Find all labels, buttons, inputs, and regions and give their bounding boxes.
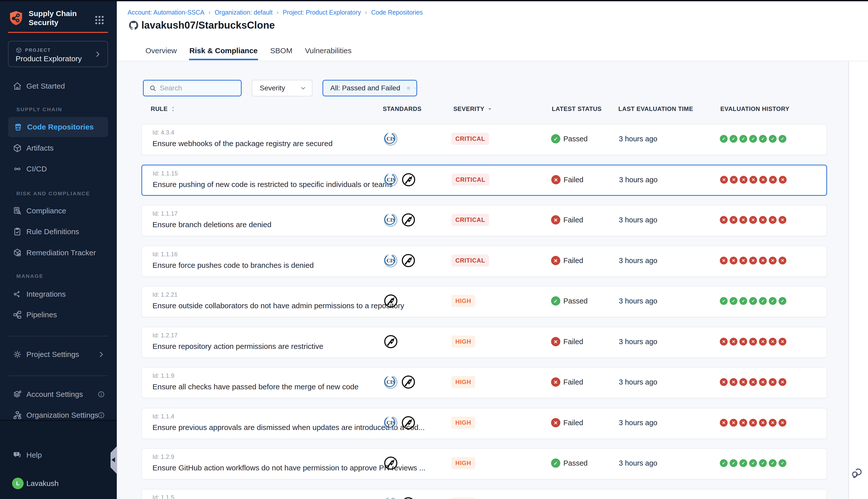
sidebar-item-ci-cd[interactable]: CI/CD <box>0 159 117 179</box>
infinity-icon <box>13 164 22 174</box>
table-row[interactable]: Id: 4.3.4Ensure webhooks of the package … <box>141 124 827 155</box>
status-label: Passed <box>563 135 588 143</box>
breadcrumb-link[interactable]: Project: Product Exploratory <box>283 9 361 16</box>
table-row[interactable]: Id: 1.2.21Ensure outside collaborators d… <box>141 286 827 317</box>
sidebar-item-label: Compliance <box>26 207 66 215</box>
table-row[interactable]: Id: 1.1.15Ensure pushing of new code is … <box>141 165 827 196</box>
sidebar-item-account-settings[interactable]: Account Settings <box>0 384 117 404</box>
failed-status-icon: ✕ <box>551 215 560 224</box>
history-passed-icon: ✓ <box>739 459 747 467</box>
sidebar-section-label: SUPPLY CHAIN <box>16 107 62 112</box>
history-failed-icon: ✕ <box>730 176 738 184</box>
integrations-icon <box>13 289 22 299</box>
app-launcher-grid-icon[interactable] <box>94 14 105 26</box>
tab-overview[interactable]: Overview <box>145 40 177 61</box>
rule-id: Id: 1.2.21 <box>153 291 178 298</box>
sidebar-item-help[interactable]: ? Help <box>0 445 117 465</box>
sidebar-item-artifacts[interactable]: Artifacts <box>0 138 117 158</box>
standards-cell: CIS <box>384 172 419 187</box>
history-passed-icon: ✓ <box>749 135 757 143</box>
history-failed-icon: ✕ <box>759 176 767 184</box>
last-evaluation-time: 3 hours ago <box>619 459 657 467</box>
sidebar-item-label: Rule Definitions <box>26 228 79 236</box>
project-selector[interactable]: PROJECT Product Exploratory <box>8 41 108 67</box>
last-evaluation-time: 3 hours ago <box>619 216 657 224</box>
sidebar-item-project-settings[interactable]: Project Settings <box>0 344 117 364</box>
breadcrumb-link[interactable]: Code Repositories <box>371 9 423 16</box>
rule-id: Id: 4.3.4 <box>153 129 174 136</box>
failed-status-icon: ✕ <box>551 337 560 346</box>
sidebar-user[interactable]: L Lavakush <box>0 473 117 494</box>
sidebar-item-get-started[interactable]: Get Started <box>0 76 117 96</box>
shield-logo-icon <box>8 10 24 26</box>
latest-status-cell: ✕Failed <box>551 378 583 387</box>
history-passed-icon: ✓ <box>769 297 776 305</box>
severity-cell: CRITICAL <box>451 255 489 267</box>
table-row[interactable]: Id: 1.1.16Ensure force pushes code to br… <box>141 246 827 277</box>
rule-title: Ensure force pushes code to branches is … <box>153 261 314 270</box>
history-failed-icon: ✕ <box>749 176 757 184</box>
info-icon[interactable] <box>97 391 105 398</box>
severity-badge: CRITICAL <box>451 255 489 267</box>
breadcrumb-link[interactable]: Organization: default <box>215 9 273 16</box>
sidebar-item-pipelines[interactable]: Pipelines <box>0 305 117 325</box>
severity-cell: CRITICAL <box>451 133 489 145</box>
latest-status-cell: ✕Failed <box>551 215 583 224</box>
sidebar-item-code-repositories[interactable]: Code Repositories <box>8 117 108 137</box>
pipelines-icon <box>13 310 22 319</box>
severity-badge: HIGH <box>451 336 475 348</box>
sidebar-item-remediation-tracker[interactable]: Remediation Tracker <box>0 243 117 263</box>
evaluation-history-cell: ✕✕✕✕✕✕✕ <box>720 216 788 224</box>
owasp-icon <box>401 212 416 228</box>
tab-vulnerabilities[interactable]: Vulnerabilities <box>304 40 352 61</box>
history-failed-icon: ✕ <box>779 419 786 427</box>
table-row[interactable]: Id: 1.2.17Ensure repository action permi… <box>141 327 827 358</box>
breadcrumb-separator: › <box>208 9 211 16</box>
sidebar: Supply Chain Security PROJECT Product Ex… <box>0 0 117 499</box>
breadcrumb-link[interactable]: Account: Automation-SSCA <box>128 9 204 16</box>
tab-risk-compliance[interactable]: Risk & Compliance <box>189 40 258 61</box>
table-row[interactable]: Id: 1.1.4Ensure previous approvals are d… <box>141 408 827 439</box>
history-failed-icon: ✕ <box>739 216 747 224</box>
status-label: Failed <box>563 216 583 224</box>
table-row[interactable]: Id: 1.1.9Ensure all checks have passed b… <box>141 367 827 398</box>
support-chat-icon[interactable] <box>851 466 864 479</box>
page-title: lavakush07/StarbucksClone <box>141 20 275 31</box>
chevron-right-icon <box>94 50 101 58</box>
table-row[interactable]: Id: 1.2.9Ensure GitHub action workflows … <box>141 448 827 479</box>
project-name: Product Exploratory <box>15 54 82 63</box>
standards-cell <box>383 293 401 308</box>
owasp-icon <box>401 375 416 390</box>
latest-status-cell: ✕Failed <box>551 337 583 346</box>
right-gutter <box>848 61 868 499</box>
brand-accent-rule <box>8 32 108 33</box>
history-failed-icon: ✕ <box>739 419 747 427</box>
history-failed-icon: ✕ <box>769 216 776 224</box>
tab-sbom[interactable]: SBOM <box>270 40 293 61</box>
table-row[interactable]: Id: 1.1.17Ensure branch deletions are de… <box>141 205 827 236</box>
table-row[interactable]: Id: 1.1.5CISHIGH✕Failed3 hours ago✕✕✕✕✕✕… <box>141 489 827 499</box>
sidebar-item-compliance[interactable]: Compliance <box>0 201 117 221</box>
user-name: Lavakush <box>26 479 59 488</box>
owasp-icon <box>383 334 398 349</box>
history-failed-icon: ✕ <box>779 176 787 184</box>
status-label: Failed <box>564 176 583 184</box>
sidebar-item-integrations[interactable]: Integrations <box>0 284 117 304</box>
history-failed-icon: ✕ <box>730 216 737 224</box>
sidebar-item-label: Account Settings <box>26 390 83 399</box>
standards-cell <box>383 455 401 471</box>
history-failed-icon: ✕ <box>749 257 757 265</box>
evaluation-history-cell: ✕✕✕✕✕✕✕ <box>720 378 788 386</box>
svg-text:CIS: CIS <box>387 420 395 425</box>
history-failed-icon: ✕ <box>749 378 757 386</box>
history-failed-icon: ✕ <box>769 419 776 427</box>
rule-id: Id: 1.1.17 <box>153 210 178 217</box>
info-icon[interactable] <box>97 411 105 419</box>
chevron-right-icon <box>97 351 105 358</box>
sidebar-item-rule-definitions[interactable]: Rule Definitions <box>0 222 117 242</box>
sidebar-item-label: CI/CD <box>26 165 47 173</box>
failed-status-icon: ✕ <box>551 418 560 427</box>
status-label: Failed <box>563 419 583 427</box>
history-failed-icon: ✕ <box>779 257 786 265</box>
rule-title: Ensure pushing of new code is restricted… <box>153 180 393 189</box>
